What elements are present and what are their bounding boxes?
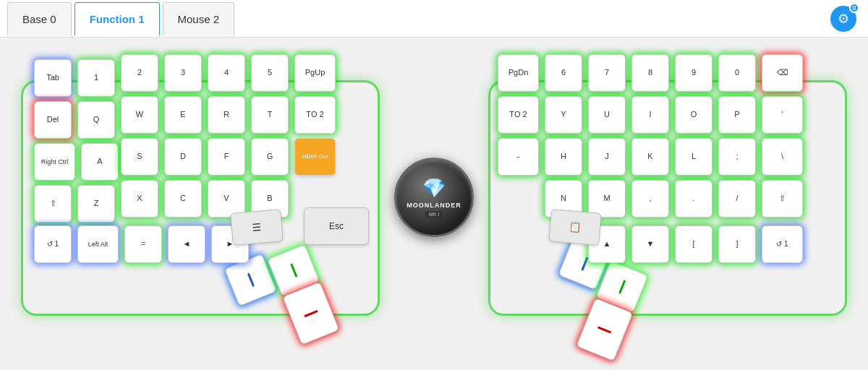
keyboard-area: 💎 MOONLANDER MK I Esc ☰ 📋	[0, 38, 868, 370]
header: Base 0 Function 1 Mouse 2 ⚙ 0	[0, 0, 868, 38]
left-key-18[interactable]: F	[208, 138, 245, 176]
left-key-22[interactable]: Z	[77, 185, 115, 223]
right-key-24[interactable]: .	[675, 180, 712, 218]
right-key-8[interactable]: Y	[545, 96, 582, 134]
left-key-29[interactable]: =	[124, 225, 162, 263]
left-key-5[interactable]: 5	[251, 54, 289, 92]
list-icon: 📋	[569, 220, 582, 233]
right-key-30[interactable]: ]	[718, 225, 756, 263]
right-key-7[interactable]: TO 2	[498, 96, 539, 134]
left-key-16[interactable]: S	[121, 138, 158, 176]
right-key-11[interactable]: O	[675, 96, 712, 134]
logo-gem: 💎	[422, 177, 446, 199]
right-key-19[interactable]: ;	[718, 138, 756, 176]
left-key-19[interactable]: G	[251, 138, 289, 176]
left-key-24[interactable]: C	[164, 180, 202, 218]
left-key-2[interactable]: 2	[121, 54, 158, 92]
right-key-20[interactable]: \	[762, 138, 803, 176]
left-key-27[interactable]: ↺ 1	[34, 225, 72, 263]
right-key-12[interactable]: P	[718, 96, 756, 134]
right-key-26[interactable]: ⇧	[762, 180, 803, 218]
right-key-6[interactable]: ⌫	[762, 54, 803, 92]
left-key-4[interactable]: 4	[208, 54, 245, 92]
left-key-23[interactable]: X	[121, 180, 158, 218]
tab-mouse[interactable]: Mouse 2	[163, 2, 235, 35]
logo-subtitle: MK I	[425, 211, 443, 218]
left-key-11[interactable]: R	[208, 96, 245, 134]
left-key-1[interactable]: 1	[77, 59, 115, 97]
color-bar-red-r	[597, 326, 612, 333]
right-key-31[interactable]: ↺ 1	[762, 225, 803, 263]
right-key-23[interactable]: ,	[631, 180, 669, 218]
right-key-10[interactable]: I	[631, 96, 669, 134]
left-key-0[interactable]: Tab	[34, 59, 72, 97]
right-key-0[interactable]: PgDn	[498, 54, 539, 92]
left-key-10[interactable]: E	[164, 96, 202, 134]
left-key-20[interactable]: HDMI Out	[294, 138, 336, 176]
logo-title: MOONLANDER	[407, 201, 461, 210]
right-key-16[interactable]: J	[588, 138, 626, 176]
left-key-30[interactable]: ◄	[168, 225, 205, 263]
right-key-28[interactable]: ▼	[631, 225, 669, 263]
left-key-3[interactable]: 3	[164, 54, 202, 92]
left-key-7[interactable]: Del	[34, 101, 72, 139]
left-key-28[interactable]: Left Alt	[77, 225, 119, 263]
right-key-14[interactable]: -	[498, 138, 539, 176]
left-key-17[interactable]: D	[164, 138, 202, 176]
left-key-15[interactable]: A	[81, 143, 119, 181]
settings-button[interactable]: ⚙ 0	[830, 6, 856, 32]
right-key-13[interactable]: '	[762, 96, 803, 134]
left-key-14[interactable]: Right Ctrl	[34, 143, 75, 181]
left-key-8[interactable]: Q	[77, 101, 115, 139]
right-key-15[interactable]: H	[545, 138, 582, 176]
right-key-18[interactable]: L	[675, 138, 712, 176]
settings-badge: 0	[849, 3, 859, 13]
color-bar-green-r	[618, 280, 626, 294]
right-key-3[interactable]: 8	[631, 54, 669, 92]
left-key-13[interactable]: TO 2	[294, 96, 336, 134]
left-key-21[interactable]: ⇧	[34, 185, 72, 223]
right-key-5[interactable]: 0	[718, 54, 756, 92]
left-key-12[interactable]: T	[251, 96, 289, 134]
right-key-1[interactable]: 6	[545, 54, 582, 92]
gear-icon: ⚙	[838, 11, 849, 27]
tab-base[interactable]: Base 0	[7, 2, 72, 35]
color-bar-blue	[247, 273, 254, 288]
key-esc[interactable]: Esc	[304, 207, 369, 245]
color-bar-blue-r	[581, 257, 588, 271]
moonlander-logo: 💎 MOONLANDER MK I	[394, 158, 474, 237]
right-key-9[interactable]: U	[588, 96, 626, 134]
key-right-menu-icon[interactable]: 📋	[548, 209, 602, 246]
left-key-6[interactable]: PgUp	[294, 54, 336, 92]
color-bar-green	[290, 263, 297, 278]
right-key-17[interactable]: K	[631, 138, 669, 176]
color-bar-red	[304, 309, 318, 317]
left-key-9[interactable]: W	[121, 96, 158, 134]
right-key-29[interactable]: [	[675, 225, 712, 263]
menu-icon: ☰	[252, 221, 262, 234]
key-menu-icon[interactable]: ☰	[230, 209, 284, 246]
tab-function[interactable]: Function 1	[75, 2, 160, 35]
right-key-25[interactable]: /	[718, 180, 756, 218]
right-key-2[interactable]: 7	[588, 54, 626, 92]
right-key-4[interactable]: 9	[675, 54, 712, 92]
